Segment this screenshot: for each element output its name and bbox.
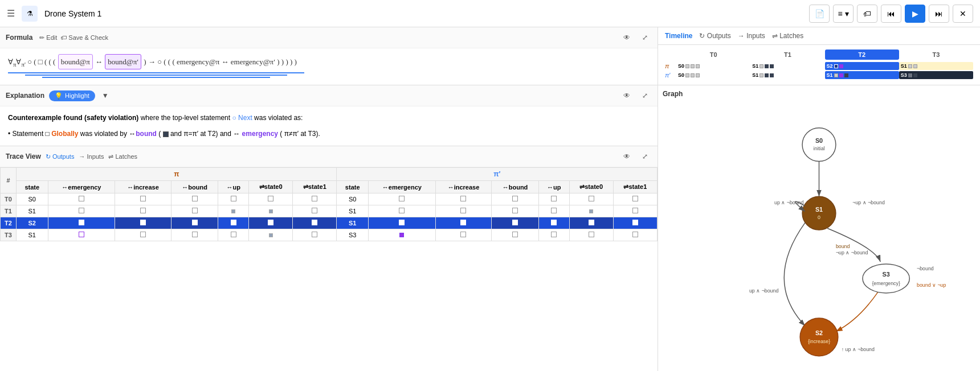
svg-text:¬up ∧ ¬bound: ¬up ∧ ¬bound — [852, 200, 885, 205]
explanation-section: Explanation 💡 Highlight ▼ 👁 ⤢ Counterexa… — [0, 85, 658, 146]
timeline-tabs: Timeline ↻ Outputs → Inputs ⇌ Latches — [665, 32, 973, 40]
trace-outputs-tab[interactable]: ↻ Outputs — [46, 153, 75, 160]
highlight-button[interactable]: 💡 Highlight — [49, 90, 95, 101]
table-row: T0 S0 S0 — [1, 193, 658, 205]
pi-state-t0: S0 — [17, 193, 48, 205]
col-emergency: ↔emergency — [48, 181, 115, 193]
pi2-timeline-row: π′ S0 S1 — [665, 71, 973, 79]
timeline-section: Timeline ↻ Outputs → Inputs ⇌ Latches — [658, 27, 980, 45]
pi-cells: S0 S1 S2 — [676, 62, 973, 70]
trace-header: Trace View ↻ Outputs → Inputs ⇌ Latches … — [0, 146, 658, 167]
trace-section: Trace View ↻ Outputs → Inputs ⇌ Latches … — [0, 146, 658, 371]
toolbar-actions: 📄 ≡ ▾ 🏷 ⏮ ▶ ⏭ ✕ — [809, 5, 973, 23]
trace-table: # π π′ state ↔emergency ↔increase ↔bound… — [0, 167, 658, 241]
close-button[interactable]: ✕ — [953, 5, 973, 23]
row-id-t0: T0 — [1, 193, 17, 205]
svg-text:¬bound: ¬bound — [917, 266, 934, 271]
col-up: ↔up — [218, 181, 249, 193]
svg-text:S3: S3 — [883, 271, 890, 278]
graph-title: Graph — [663, 90, 975, 98]
menu-icon[interactable]: ☰ — [7, 8, 15, 19]
pi2-t0-cell: S0 — [676, 71, 750, 79]
save-check-button[interactable]: 🏷 Save & Check — [60, 34, 108, 42]
svg-text:{emergency}: {emergency} — [872, 281, 900, 286]
tag-button[interactable]: 🏷 — [857, 5, 877, 23]
pi-group-header: π — [17, 168, 337, 181]
t0-header: T0 — [676, 50, 750, 60]
filter-icon[interactable]: ▼ — [102, 92, 109, 100]
explanation-eye-icon[interactable]: 👁 — [620, 89, 634, 102]
explanation-title: Explanation — [6, 92, 44, 100]
pi-state-t3: S1 — [17, 229, 48, 241]
t2-header[interactable]: T2 — [825, 50, 899, 60]
trace-title: Trace View — [6, 152, 41, 160]
table-row-t2: T2 S2 S1 — [1, 217, 658, 229]
col-bound: ↔bound — [171, 181, 218, 193]
edit-button[interactable]: ✏ Edit — [39, 34, 57, 42]
svg-text:up ∧ ¬bound: up ∧ ¬bound — [774, 200, 803, 205]
explanation-expand-icon[interactable]: ⤢ — [638, 89, 652, 102]
t3-header: T3 — [899, 50, 973, 60]
timeline-tab[interactable]: Timeline — [665, 32, 692, 40]
svg-text:¬up ∧ ¬bound: ¬up ∧ ¬bound — [836, 250, 868, 255]
pi2-cells: S0 S1 S1 — [676, 71, 973, 79]
row-id-t2: T2 — [1, 217, 17, 229]
pi2-state-t3: S3 — [337, 229, 369, 241]
prev-button[interactable]: ⏮ — [881, 5, 901, 23]
col-state: state — [17, 181, 48, 193]
trace-table-container[interactable]: # π π′ state ↔emergency ↔increase ↔bound… — [0, 167, 658, 371]
node-s1 — [802, 196, 836, 230]
trace-eye-icon[interactable]: 👁 — [620, 150, 634, 163]
app-title: Drone System 1 — [44, 9, 802, 18]
col2-up: ↔up — [538, 181, 569, 193]
app-logo: ⚗ — [22, 6, 38, 22]
pi-label: π — [665, 63, 676, 69]
expand-icon[interactable]: ⤢ — [638, 31, 652, 44]
col-state0: ⇌state0 — [249, 181, 293, 193]
forall-part: ∀π∀π' — [8, 57, 26, 66]
row-id-t3: T3 — [1, 229, 17, 241]
pi2-t1-cell: S1 — [750, 71, 824, 79]
underline-3 — [42, 77, 270, 78]
top-bar: ☰ ⚗ Drone System 1 📄 ≡ ▾ 🏷 ⏮ ▶ ⏭ ✕ — [0, 0, 980, 27]
explanation-bullet: • Statement □ Globally was violated by ↔… — [8, 128, 650, 141]
logo-icon: ⚗ — [27, 10, 33, 18]
table-row: T1 S1 S1 — [1, 205, 658, 217]
col2-state1: ⇌state1 — [613, 181, 657, 193]
pi2-state-t1: S1 — [337, 205, 369, 217]
col2-state0: ⇌state0 — [569, 181, 613, 193]
next-button[interactable]: ⏭ — [929, 5, 949, 23]
trace-expand-icon[interactable]: ⤢ — [638, 150, 652, 163]
explanation-header: Explanation 💡 Highlight ▼ 👁 ⤢ — [0, 85, 658, 106]
formula-underlines — [8, 72, 650, 78]
play-button[interactable]: ▶ — [905, 5, 925, 23]
table-row: T3 S1 S3 — [1, 229, 658, 241]
svg-text:initial: initial — [813, 146, 824, 151]
pi-t1-cell: S1 — [750, 62, 824, 70]
left-panel: Formula ✏ Edit 🏷 Save & Check 👁 ⤢ ∀π∀π' … — [0, 27, 658, 371]
pi2-group-header: π′ — [337, 168, 658, 181]
graph-section: Graph S0 initial S1 0 ¬up ∧ ¬bound — [658, 85, 980, 371]
svg-text:↑ up ∧ ¬bound: ↑ up ∧ ¬bound — [842, 347, 875, 352]
explanation-main-text: Counterexample found (safety violation) … — [8, 112, 650, 125]
document-icon-button[interactable]: 📄 — [809, 5, 830, 23]
pi-t2-cell: S2 — [825, 62, 899, 70]
formula-section: Formula ✏ Edit 🏷 Save & Check 👁 ⤢ ∀π∀π' … — [0, 27, 658, 85]
trace-latches-tab[interactable]: ⇌ Latches — [108, 153, 137, 160]
graph-svg: S0 initial S1 0 ¬up ∧ ¬bound bound ¬up ∧… — [663, 101, 975, 366]
eye-icon[interactable]: 👁 — [620, 31, 634, 44]
svg-text:S1: S1 — [815, 206, 823, 213]
formula-body: ∀π∀π' ○ ( □ ( ( ( bound@π ↔ bound@π′ ) →… — [0, 48, 658, 85]
list-button[interactable]: ≡ ▾ — [833, 5, 854, 23]
pi-t0-cell: S0 — [676, 62, 750, 70]
svg-text:bound: bound — [836, 244, 850, 249]
underline-2 — [25, 75, 287, 76]
t1-header: T1 — [750, 50, 824, 60]
trace-inputs-tab[interactable]: → Inputs — [79, 153, 104, 160]
pi2-label: π′ — [665, 72, 676, 79]
inputs-tab[interactable]: → Inputs — [738, 32, 765, 40]
outputs-tab[interactable]: ↻ Outputs — [699, 32, 730, 40]
col2-emergency: ↔emergency — [368, 181, 435, 193]
svg-text:up ∧ ¬bound: up ∧ ¬bound — [749, 288, 778, 294]
latches-tab[interactable]: ⇌ Latches — [772, 32, 803, 40]
